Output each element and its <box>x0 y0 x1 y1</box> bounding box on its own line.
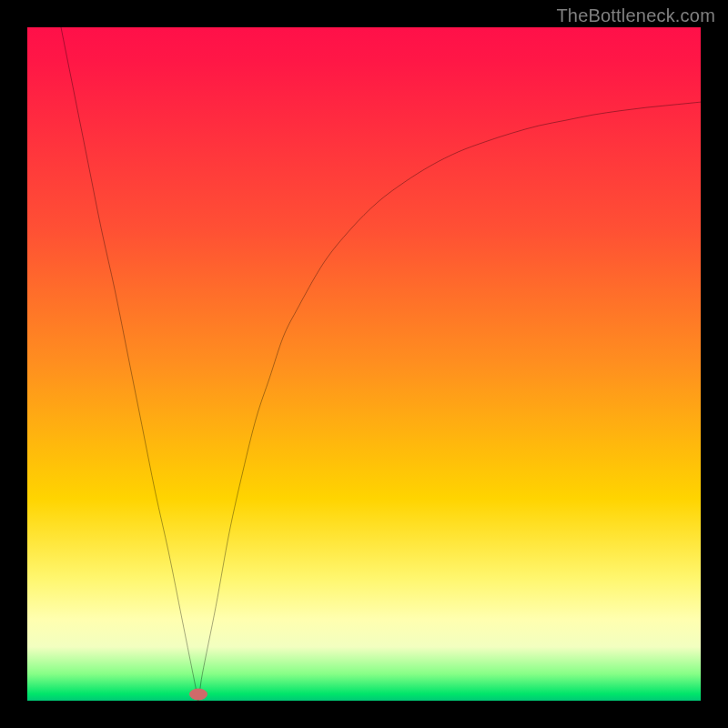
watermark-text: TheBottleneck.com <box>556 5 715 26</box>
curve-layer <box>27 27 701 701</box>
bottleneck-curve <box>61 27 701 701</box>
minimum-marker <box>189 688 207 700</box>
chart-frame: TheBottleneck.com <box>0 0 728 728</box>
plot-area <box>27 27 701 701</box>
